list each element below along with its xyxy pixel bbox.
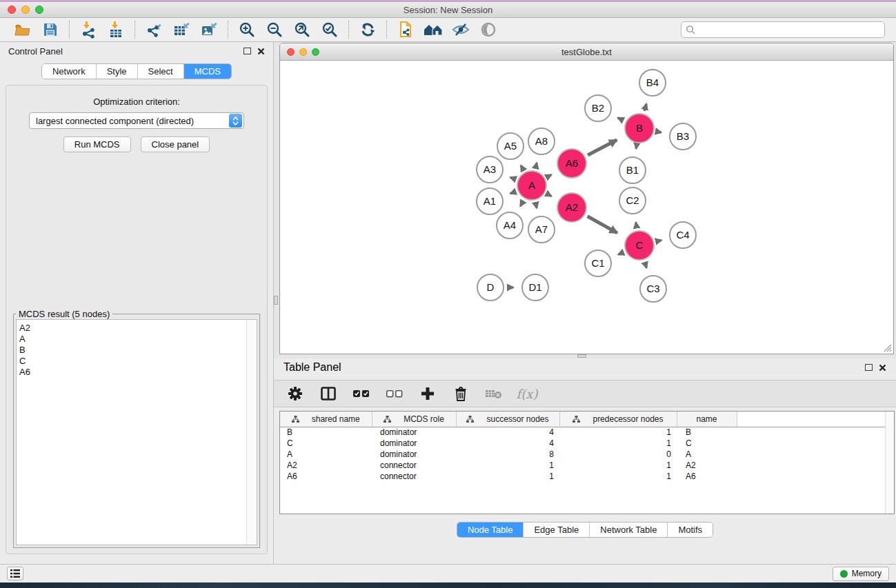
graph-node-B1[interactable]: B1 (619, 157, 646, 183)
tab-node-table[interactable]: Node Table (457, 523, 524, 537)
mcds-result-list[interactable]: A2 A B C A6 (16, 319, 257, 545)
export-image-button[interactable] (195, 19, 223, 40)
deselect-all-columns-button[interactable] (383, 383, 406, 405)
tab-network[interactable]: Network (42, 64, 96, 79)
graph-node-A[interactable]: A (517, 171, 546, 200)
graph-edge-A-A7[interactable] (536, 203, 537, 207)
zoom-selected-button[interactable] (316, 19, 344, 40)
result-item[interactable]: C (19, 356, 246, 367)
graph-node-A6[interactable]: A6 (557, 149, 586, 178)
splitter-handle[interactable] (274, 296, 278, 305)
graph-edge-A-A4[interactable] (520, 201, 523, 206)
close-window-button[interactable] (8, 6, 16, 14)
graph-node-D1[interactable]: D1 (522, 274, 548, 301)
zoom-window-button[interactable] (35, 6, 43, 14)
table-row[interactable]: Cdominator41C (280, 438, 885, 449)
column-header-successor-nodes[interactable]: successor nodes (456, 412, 559, 427)
graph-node-C1[interactable]: C1 (585, 250, 611, 276)
delete-table-button[interactable] (482, 383, 506, 405)
network-window-titlebar[interactable]: testGlobe.txt (280, 43, 893, 61)
close-table-panel-icon[interactable] (879, 364, 886, 372)
graph-edge-C-C4[interactable] (657, 240, 661, 241)
graph-edge-A-A6[interactable] (548, 174, 551, 176)
select-all-columns-button[interactable] (350, 383, 373, 405)
new-network-from-selection-button[interactable] (392, 19, 419, 40)
zoom-out-button[interactable] (261, 19, 288, 40)
function-builder-button[interactable]: f(x) (515, 383, 539, 405)
import-network-button[interactable] (74, 19, 102, 40)
optimization-criterion-select[interactable]: largest connected component (directed) (29, 112, 244, 129)
float-table-panel-icon[interactable] (865, 364, 873, 371)
graph-edge-B-B3[interactable] (657, 132, 661, 132)
graph-node-B2[interactable]: B2 (585, 95, 611, 121)
graph-node-B3[interactable]: B3 (670, 123, 696, 150)
table-row[interactable]: Adominator80A (280, 449, 885, 460)
graph-edge-A6-B[interactable] (588, 140, 617, 155)
result-item[interactable]: A2 (19, 323, 246, 334)
graph-edge-A2-C[interactable] (588, 216, 617, 233)
export-network-button[interactable] (140, 19, 168, 40)
graph-node-B[interactable]: B (625, 114, 654, 143)
network-graph[interactable]: B4B2BB3A8A5A6A3B1AC2A1A2A4A7C4CC1C3DD1 (280, 61, 893, 353)
table-scrollbar[interactable] (885, 412, 894, 514)
tab-mcds[interactable]: MCDS (183, 64, 231, 79)
zoom-network-button[interactable] (312, 48, 319, 56)
close-network-button[interactable] (287, 48, 295, 56)
graph-edge-C-C1[interactable] (618, 252, 623, 254)
graph-node-C3[interactable]: C3 (640, 276, 666, 302)
float-panel-icon[interactable] (243, 48, 251, 54)
tab-edge-table[interactable]: Edge Table (523, 523, 589, 537)
import-table-button[interactable] (102, 19, 130, 40)
graph-node-C4[interactable]: C4 (670, 222, 696, 248)
resize-grip-icon[interactable] (882, 342, 892, 352)
run-mcds-button[interactable]: Run MCDS (63, 136, 131, 152)
network-canvas[interactable]: B4B2BB3A8A5A6A3B1AC2A1A2A4A7C4CC1C3DD1 (280, 61, 893, 354)
show-columns-button[interactable] (317, 383, 340, 405)
result-item[interactable]: A (19, 334, 246, 345)
column-header-name[interactable]: name (677, 412, 737, 427)
graph-node-A5[interactable]: A5 (497, 133, 524, 159)
search-box[interactable] (681, 21, 885, 38)
close-panel-button[interactable]: Close panel (141, 136, 210, 152)
create-column-button[interactable] (416, 383, 439, 405)
show-status-dialog-button[interactable] (7, 567, 23, 580)
refresh-button[interactable] (354, 19, 381, 40)
delete-columns-button[interactable] (449, 383, 472, 405)
column-header-predecessor-nodes[interactable]: predecessor nodes (559, 412, 677, 427)
graph-edge-A-A2[interactable] (548, 194, 551, 196)
tab-select[interactable]: Select (137, 64, 183, 79)
graph-node-A4[interactable]: A4 (497, 212, 523, 239)
table-settings-button[interactable] (283, 383, 307, 405)
close-panel-icon[interactable] (257, 48, 265, 55)
graph-edge-C-C2[interactable] (636, 223, 637, 228)
result-item[interactable]: B (19, 345, 246, 356)
show-graphics-details-button[interactable] (475, 19, 502, 40)
tab-style[interactable]: Style (96, 64, 137, 79)
splitter-handle[interactable] (577, 354, 586, 358)
graph-node-D[interactable]: D (477, 274, 504, 301)
graph-node-A1[interactable]: A1 (477, 188, 503, 214)
graph-edge-A-A5[interactable] (521, 165, 523, 170)
graph-node-C2[interactable]: C2 (619, 187, 646, 214)
search-input[interactable] (696, 25, 880, 34)
column-header-shared-name[interactable]: shared name (280, 412, 372, 427)
home-button[interactable] (419, 19, 447, 40)
result-list-scrollbar[interactable] (246, 320, 257, 545)
memory-button[interactable]: Memory (833, 567, 889, 581)
graph-node-A3[interactable]: A3 (477, 156, 503, 183)
graph-edge-B-B1[interactable] (636, 146, 637, 149)
hide-network-button[interactable] (447, 19, 475, 40)
export-table-button[interactable] (168, 19, 195, 40)
graph-node-A8[interactable]: A8 (528, 128, 555, 154)
graph-edge-B-B4[interactable] (644, 104, 646, 111)
column-header-mcds-role[interactable]: MCDS role (372, 412, 456, 427)
graph-node-A7[interactable]: A7 (528, 216, 555, 243)
graph-node-C[interactable]: C (625, 231, 654, 260)
minimize-window-button[interactable] (21, 6, 30, 14)
graph-edge-C-C3[interactable] (645, 263, 646, 268)
graph-edge-B-B2[interactable] (618, 118, 624, 121)
graph-edge-A-A1[interactable] (510, 192, 515, 194)
tab-network-table[interactable]: Network Table (589, 523, 667, 537)
table-row[interactable]: Bdominator41B (280, 427, 885, 438)
result-item[interactable]: A6 (19, 367, 246, 378)
